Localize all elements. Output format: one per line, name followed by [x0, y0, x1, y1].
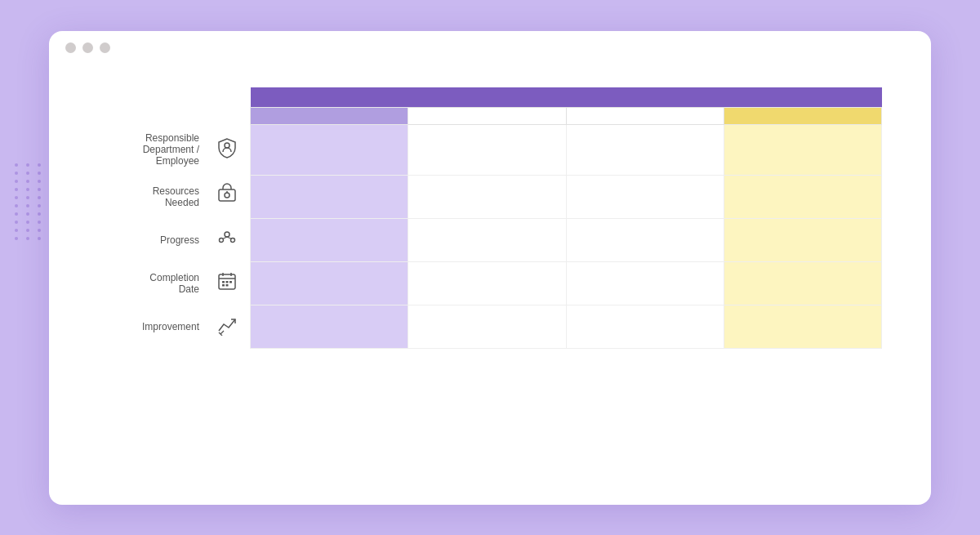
step-header-row — [98, 107, 882, 124]
cell-3-0 — [251, 261, 408, 305]
row-icon-2 — [204, 218, 251, 261]
row-label-3: CompletionDate — [98, 261, 204, 305]
table-row: CompletionDate — [98, 261, 882, 305]
goal-row — [98, 87, 882, 108]
browser-dot-green — [100, 42, 110, 53]
table-wrapper: ResponsibleDepartment /Employee — [98, 87, 882, 349]
row-icon-3 — [204, 261, 251, 305]
svg-point-0 — [225, 143, 229, 148]
svg-rect-15 — [229, 281, 232, 283]
table-row: ResponsibleDepartment /Employee — [98, 124, 882, 175]
step-header-1 — [251, 107, 408, 124]
cell-1-2 — [566, 175, 724, 218]
cell-4-2 — [566, 305, 724, 348]
step-header-2 — [408, 107, 566, 124]
cell-0-0 — [251, 124, 408, 175]
cell-0-2 — [566, 124, 724, 175]
svg-point-2 — [225, 193, 229, 198]
row-icon-0 — [204, 124, 251, 175]
svg-rect-13 — [222, 281, 225, 283]
browser-dot-yellow — [82, 42, 93, 53]
table-row: ResourcesNeeded — [98, 175, 882, 218]
browser-window: ResponsibleDepartment /Employee — [49, 31, 931, 505]
row-icon-1 — [204, 175, 251, 218]
cell-0-1 — [408, 124, 566, 175]
cell-3-2 — [566, 261, 724, 305]
step-header-4 — [724, 107, 881, 124]
row-label-1: ResourcesNeeded — [98, 175, 204, 218]
cell-4-3 — [724, 305, 881, 348]
row-label-2: Progress — [98, 218, 204, 261]
step-header-3 — [566, 107, 724, 124]
svg-rect-17 — [226, 284, 229, 287]
browser-bar — [49, 31, 931, 61]
cell-2-1 — [408, 218, 566, 261]
table-row: Progress — [98, 218, 882, 261]
svg-line-8 — [227, 237, 232, 239]
row-label-4: Improvement — [98, 305, 204, 348]
goal-cell — [251, 87, 882, 108]
row-icon-4 — [204, 305, 251, 348]
browser-dot-red — [65, 42, 76, 53]
row-label-0: ResponsibleDepartment /Employee — [98, 124, 204, 175]
cell-2-0 — [251, 218, 408, 261]
svg-rect-16 — [222, 284, 225, 287]
cell-2-2 — [566, 218, 724, 261]
cell-0-3 — [724, 124, 881, 175]
svg-line-7 — [223, 237, 228, 239]
cell-2-3 — [724, 218, 881, 261]
svg-rect-14 — [226, 281, 229, 283]
table-row: Improvement — [98, 305, 882, 348]
cell-3-3 — [724, 261, 881, 305]
cell-4-1 — [408, 305, 566, 348]
cell-1-1 — [408, 175, 566, 218]
slide-content: ResponsibleDepartment /Employee — [49, 61, 931, 365]
cell-3-1 — [408, 261, 566, 305]
cell-4-0 — [251, 305, 408, 348]
cell-1-3 — [724, 175, 881, 218]
svg-line-18 — [220, 331, 224, 334]
cell-1-0 — [251, 175, 408, 218]
svg-point-4 — [225, 232, 229, 237]
plan-table: ResponsibleDepartment /Employee — [98, 87, 882, 349]
